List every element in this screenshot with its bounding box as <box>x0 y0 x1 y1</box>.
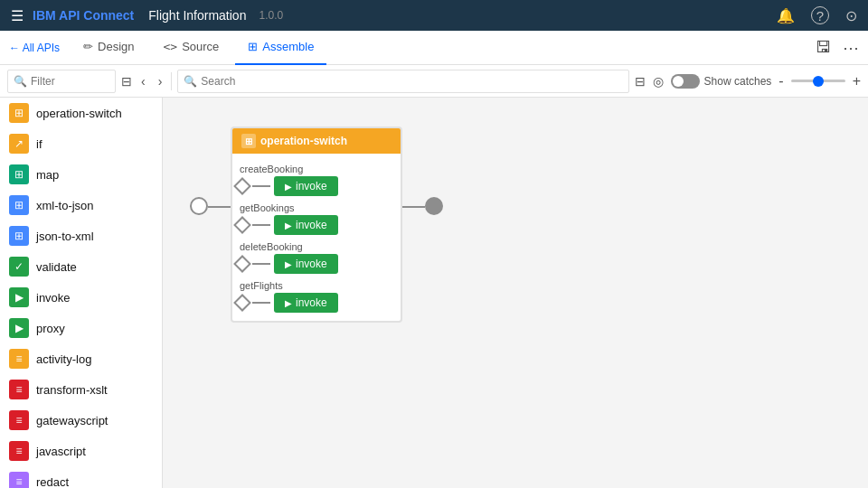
case-createbooking: createBooking ▶ invoke <box>236 162 397 196</box>
case-line <box>252 224 270 226</box>
item-label-activity-log: activity-log <box>36 352 91 366</box>
search-wrap: 🔍 <box>177 70 628 93</box>
funnel-icon[interactable]: ⊟ <box>121 74 132 89</box>
panel-item-transform-xslt[interactable]: ≡ transform-xslt <box>0 374 162 405</box>
toolbar-separator <box>171 72 172 90</box>
show-catches-toggle-wrap: Show catches <box>671 74 772 89</box>
case-line <box>252 263 270 265</box>
zoom-in-button[interactable]: + <box>853 73 861 89</box>
item-label-if: if <box>36 137 42 151</box>
tab-design[interactable]: ✏ Design <box>71 31 146 65</box>
design-tab-icon: ✏ <box>83 40 93 53</box>
toggle-knob <box>673 76 684 87</box>
case-getflights-label: getFlights <box>236 278 397 293</box>
item-label-map: map <box>36 168 59 182</box>
case-getbookings: getBookings ▶ invoke <box>236 201 397 235</box>
play-icon: ▶ <box>285 221 292 230</box>
invoke-createbooking-button[interactable]: ▶ invoke <box>274 176 338 196</box>
user-icon[interactable]: ⊙ <box>845 7 857 24</box>
op-header-icon: ⊞ <box>241 134 256 148</box>
item-label-redact: redact <box>36 475 69 489</box>
invoke-getflights-button[interactable]: ▶ invoke <box>274 293 338 313</box>
right-tools: ⊟ ◎ Show catches - + <box>635 73 861 89</box>
panel-item-operation-switch[interactable]: ⊞ operation-switch <box>0 98 162 128</box>
invoke-getbookings-button[interactable]: ▶ invoke <box>274 215 338 235</box>
nav-forward-button[interactable]: › <box>155 72 166 90</box>
source-tab-icon: <> <box>164 40 178 53</box>
case-diamond <box>233 255 251 273</box>
bell-icon[interactable]: 🔔 <box>777 7 795 24</box>
filter-search-icon: 🔍 <box>14 75 27 88</box>
brand-name: IBM API Connect <box>33 8 134 23</box>
canvas-toolbar: 🔍 ⊟ ‹ › 🔍 ⊟ ◎ Show catches - + <box>0 65 868 98</box>
item-label-transform-xslt: transform-xslt <box>36 383 108 397</box>
item-icon-proxy: ▶ <box>9 318 29 338</box>
filter-options-icon[interactable]: ⊟ <box>635 74 646 89</box>
item-icon-xml-to-json: ⊞ <box>9 195 29 215</box>
tab-assemble[interactable]: ⊞ Assemble <box>235 31 326 65</box>
item-icon-validate: ✓ <box>9 257 29 277</box>
panel-item-redact[interactable]: ≡ redact <box>0 466 162 488</box>
start-node <box>190 197 208 215</box>
case-deletebooking-row: ▶ invoke <box>236 254 397 274</box>
op-block-header: ⊞ operation-switch <box>232 128 401 154</box>
nav-back-button[interactable]: ‹ <box>137 72 149 90</box>
panel-item-proxy[interactable]: ▶ proxy <box>0 313 162 343</box>
item-icon-json-to-xml: ⊞ <box>9 226 29 246</box>
item-icon-activity-log: ≡ <box>9 349 29 369</box>
item-label-gatewayscript: gatewayscript <box>36 414 108 427</box>
show-catches-toggle[interactable] <box>671 74 700 89</box>
item-label-validate: validate <box>36 260 77 274</box>
filter-wrap: 🔍 <box>7 70 116 93</box>
operation-switch-block[interactable]: ⊞ operation-switch createBooking ▶ invok… <box>231 127 402 323</box>
case-line <box>252 185 270 187</box>
brand-product: API Connect <box>56 8 135 23</box>
zoom-out-button[interactable]: - <box>778 73 783 89</box>
filter-input[interactable] <box>31 75 103 88</box>
case-getflights: getFlights ▶ invoke <box>236 278 397 313</box>
item-icon-gatewayscript: ≡ <box>9 410 29 430</box>
search-input[interactable] <box>201 75 622 88</box>
app-title: Flight Information <box>148 8 246 23</box>
case-getbookings-label: getBookings <box>236 201 397 215</box>
target-icon[interactable]: ◎ <box>653 74 664 89</box>
item-label-operation-switch: operation-switch <box>36 107 122 120</box>
case-diamond <box>233 294 251 312</box>
end-line <box>402 206 425 208</box>
panel-item-json-to-xml[interactable]: ⊞ json-to-xml <box>0 221 162 251</box>
source-tab-label: Source <box>182 40 219 53</box>
panel-item-javascript[interactable]: ≡ javascript <box>0 436 162 466</box>
more-options-button[interactable]: ⋯ <box>843 38 859 58</box>
panel-item-activity-log[interactable]: ≡ activity-log <box>0 343 162 374</box>
assemble-tab-label: Assemble <box>262 40 314 53</box>
zoom-slider[interactable] <box>791 80 845 82</box>
invoke-deletebooking-button[interactable]: ▶ invoke <box>274 254 338 274</box>
panel-item-map[interactable]: ⊞ map <box>0 159 162 190</box>
save-button[interactable]: 🖫 <box>816 38 832 57</box>
panel-item-xml-to-json[interactable]: ⊞ xml-to-json <box>0 190 162 221</box>
op-block-title: operation-switch <box>260 135 347 147</box>
top-nav: ☰ IBM API Connect Flight Information 1.0… <box>0 0 868 31</box>
play-icon: ▶ <box>285 298 292 308</box>
end-node <box>425 197 443 215</box>
item-label-invoke: invoke <box>36 291 71 305</box>
invoke-deletebooking-label: invoke <box>296 258 327 270</box>
invoke-getflights-label: invoke <box>296 296 327 309</box>
back-to-apis-link[interactable]: ← All APIs <box>9 42 60 54</box>
left-panel: ⊞ operation-switch ↗ if ⊞ map ⊞ xml-to-j… <box>0 98 163 488</box>
design-tab-label: Design <box>98 40 134 53</box>
menu-icon[interactable]: ☰ <box>11 7 24 24</box>
panel-item-if[interactable]: ↗ if <box>0 128 162 159</box>
invoke-createbooking-label: invoke <box>296 180 327 192</box>
panel-item-gatewayscript[interactable]: ≡ gatewayscript <box>0 405 162 436</box>
panel-item-validate[interactable]: ✓ validate <box>0 251 162 282</box>
item-icon-invoke: ▶ <box>9 287 29 307</box>
case-deletebooking: deleteBooking ▶ invoke <box>236 239 397 274</box>
secondary-nav: ← All APIs ✏ Design <> Source ⊞ Assemble… <box>0 31 868 65</box>
invoke-getbookings-label: invoke <box>296 219 327 231</box>
panel-item-invoke[interactable]: ▶ invoke <box>0 282 162 313</box>
start-line <box>208 206 231 208</box>
tab-source[interactable]: <> Source <box>151 31 232 65</box>
case-diamond <box>233 177 251 195</box>
help-icon[interactable]: ? <box>811 6 829 24</box>
